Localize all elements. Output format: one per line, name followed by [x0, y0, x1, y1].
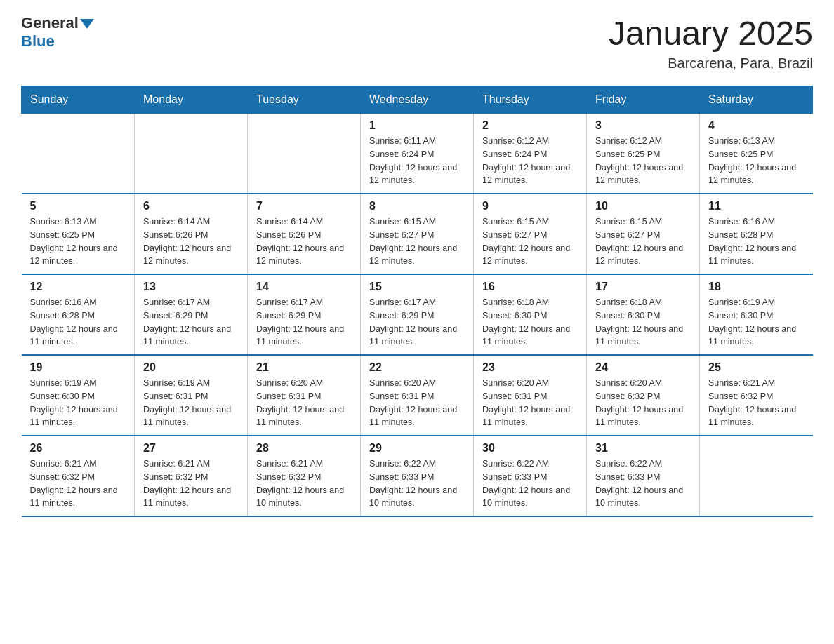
- table-row: [700, 436, 813, 516]
- table-row: 30Sunrise: 6:22 AMSunset: 6:33 PMDayligh…: [474, 436, 587, 516]
- table-row: 12Sunrise: 6:16 AMSunset: 6:28 PMDayligh…: [22, 274, 135, 355]
- logo-general-text: General: [21, 14, 79, 32]
- day-info: Sunrise: 6:15 AMSunset: 6:27 PMDaylight:…: [595, 215, 691, 268]
- day-number: 8: [369, 200, 465, 213]
- calendar-week-row: 1Sunrise: 6:11 AMSunset: 6:24 PMDaylight…: [22, 114, 813, 194]
- calendar-table: Sunday Monday Tuesday Wednesday Thursday…: [21, 86, 813, 517]
- header-saturday: Saturday: [700, 86, 813, 114]
- day-number: 1: [369, 119, 465, 132]
- table-row: 9Sunrise: 6:15 AMSunset: 6:27 PMDaylight…: [474, 194, 587, 274]
- day-info: Sunrise: 6:15 AMSunset: 6:27 PMDaylight:…: [369, 215, 465, 268]
- day-info: Sunrise: 6:21 AMSunset: 6:32 PMDaylight:…: [143, 457, 239, 510]
- calendar-week-row: 19Sunrise: 6:19 AMSunset: 6:30 PMDayligh…: [22, 355, 813, 436]
- table-row: [248, 114, 361, 194]
- day-number: 14: [256, 281, 352, 293]
- table-row: 25Sunrise: 6:21 AMSunset: 6:32 PMDayligh…: [700, 355, 813, 436]
- day-info: Sunrise: 6:12 AMSunset: 6:24 PMDaylight:…: [482, 135, 578, 187]
- table-row: 10Sunrise: 6:15 AMSunset: 6:27 PMDayligh…: [587, 194, 700, 274]
- header-tuesday: Tuesday: [248, 86, 361, 114]
- table-row: 8Sunrise: 6:15 AMSunset: 6:27 PMDaylight…: [361, 194, 474, 274]
- day-info: Sunrise: 6:18 AMSunset: 6:30 PMDaylight:…: [595, 296, 691, 349]
- day-number: 16: [482, 281, 578, 293]
- day-number: 4: [708, 119, 805, 132]
- location-text: Barcarena, Para, Brazil: [609, 55, 813, 72]
- day-info: Sunrise: 6:14 AMSunset: 6:26 PMDaylight:…: [143, 215, 239, 268]
- table-row: 4Sunrise: 6:13 AMSunset: 6:25 PMDaylight…: [700, 114, 813, 194]
- day-number: 23: [482, 361, 578, 374]
- table-row: 31Sunrise: 6:22 AMSunset: 6:33 PMDayligh…: [587, 436, 700, 516]
- table-row: 1Sunrise: 6:11 AMSunset: 6:24 PMDaylight…: [361, 114, 474, 194]
- day-info: Sunrise: 6:20 AMSunset: 6:31 PMDaylight:…: [369, 377, 465, 429]
- day-info: Sunrise: 6:19 AMSunset: 6:30 PMDaylight:…: [708, 296, 805, 349]
- table-row: 18Sunrise: 6:19 AMSunset: 6:30 PMDayligh…: [700, 274, 813, 355]
- day-number: 13: [143, 281, 239, 293]
- day-number: 30: [482, 442, 578, 455]
- table-row: 3Sunrise: 6:12 AMSunset: 6:25 PMDaylight…: [587, 114, 700, 194]
- table-row: 16Sunrise: 6:18 AMSunset: 6:30 PMDayligh…: [474, 274, 587, 355]
- day-info: Sunrise: 6:16 AMSunset: 6:28 PMDaylight:…: [708, 215, 805, 268]
- day-info: Sunrise: 6:16 AMSunset: 6:28 PMDaylight:…: [30, 296, 126, 349]
- table-row: 2Sunrise: 6:12 AMSunset: 6:24 PMDaylight…: [474, 114, 587, 194]
- table-row: [22, 114, 135, 194]
- calendar-week-row: 12Sunrise: 6:16 AMSunset: 6:28 PMDayligh…: [22, 274, 813, 355]
- table-row: 22Sunrise: 6:20 AMSunset: 6:31 PMDayligh…: [361, 355, 474, 436]
- day-info: Sunrise: 6:22 AMSunset: 6:33 PMDaylight:…: [595, 457, 691, 510]
- day-info: Sunrise: 6:18 AMSunset: 6:30 PMDaylight:…: [482, 296, 578, 349]
- table-row: 7Sunrise: 6:14 AMSunset: 6:26 PMDaylight…: [248, 194, 361, 274]
- day-info: Sunrise: 6:13 AMSunset: 6:25 PMDaylight:…: [30, 215, 126, 268]
- day-info: Sunrise: 6:14 AMSunset: 6:26 PMDaylight:…: [256, 215, 352, 268]
- day-info: Sunrise: 6:21 AMSunset: 6:32 PMDaylight:…: [256, 457, 352, 510]
- header-wednesday: Wednesday: [361, 86, 474, 114]
- day-info: Sunrise: 6:19 AMSunset: 6:30 PMDaylight:…: [30, 377, 126, 429]
- day-number: 31: [595, 442, 691, 455]
- day-info: Sunrise: 6:17 AMSunset: 6:29 PMDaylight:…: [256, 296, 352, 349]
- day-number: 11: [708, 200, 805, 213]
- day-number: 7: [256, 200, 352, 213]
- header-friday: Friday: [587, 86, 700, 114]
- day-info: Sunrise: 6:20 AMSunset: 6:31 PMDaylight:…: [256, 377, 352, 429]
- day-info: Sunrise: 6:19 AMSunset: 6:31 PMDaylight:…: [143, 377, 239, 429]
- day-number: 24: [595, 361, 691, 374]
- day-info: Sunrise: 6:11 AMSunset: 6:24 PMDaylight:…: [369, 135, 465, 187]
- table-row: 17Sunrise: 6:18 AMSunset: 6:30 PMDayligh…: [587, 274, 700, 355]
- table-row: 15Sunrise: 6:17 AMSunset: 6:29 PMDayligh…: [361, 274, 474, 355]
- table-row: 14Sunrise: 6:17 AMSunset: 6:29 PMDayligh…: [248, 274, 361, 355]
- table-row: 23Sunrise: 6:20 AMSunset: 6:31 PMDayligh…: [474, 355, 587, 436]
- table-row: 24Sunrise: 6:20 AMSunset: 6:32 PMDayligh…: [587, 355, 700, 436]
- day-number: 27: [143, 442, 239, 455]
- day-number: 28: [256, 442, 352, 455]
- day-number: 12: [30, 281, 126, 293]
- title-block: January 2025 Barcarena, Para, Brazil: [609, 14, 813, 72]
- table-row: [135, 114, 248, 194]
- day-info: Sunrise: 6:21 AMSunset: 6:32 PMDaylight:…: [30, 457, 126, 510]
- table-row: 13Sunrise: 6:17 AMSunset: 6:29 PMDayligh…: [135, 274, 248, 355]
- day-number: 5: [30, 200, 126, 213]
- table-row: 26Sunrise: 6:21 AMSunset: 6:32 PMDayligh…: [22, 436, 135, 516]
- day-number: 3: [595, 119, 691, 132]
- logo-blue-text: Blue: [21, 32, 94, 51]
- calendar-title: January 2025: [609, 14, 813, 53]
- day-number: 21: [256, 361, 352, 374]
- table-row: 27Sunrise: 6:21 AMSunset: 6:32 PMDayligh…: [135, 436, 248, 516]
- day-number: 25: [708, 361, 805, 374]
- logo: General Blue: [21, 14, 94, 51]
- logo-triangle-icon: [80, 19, 94, 29]
- table-row: 6Sunrise: 6:14 AMSunset: 6:26 PMDaylight…: [135, 194, 248, 274]
- table-row: 11Sunrise: 6:16 AMSunset: 6:28 PMDayligh…: [700, 194, 813, 274]
- day-number: 26: [30, 442, 126, 455]
- day-number: 17: [595, 281, 691, 293]
- day-info: Sunrise: 6:15 AMSunset: 6:27 PMDaylight:…: [482, 215, 578, 268]
- day-number: 19: [30, 361, 126, 374]
- day-info: Sunrise: 6:20 AMSunset: 6:32 PMDaylight:…: [595, 377, 691, 429]
- header-sunday: Sunday: [22, 86, 135, 114]
- day-info: Sunrise: 6:21 AMSunset: 6:32 PMDaylight:…: [708, 377, 805, 429]
- day-number: 2: [482, 119, 578, 132]
- calendar-week-row: 26Sunrise: 6:21 AMSunset: 6:32 PMDayligh…: [22, 436, 813, 516]
- day-info: Sunrise: 6:17 AMSunset: 6:29 PMDaylight:…: [369, 296, 465, 349]
- day-number: 18: [708, 281, 805, 293]
- day-number: 6: [143, 200, 239, 213]
- day-info: Sunrise: 6:17 AMSunset: 6:29 PMDaylight:…: [143, 296, 239, 349]
- day-info: Sunrise: 6:12 AMSunset: 6:25 PMDaylight:…: [595, 135, 691, 187]
- day-number: 22: [369, 361, 465, 374]
- table-row: 19Sunrise: 6:19 AMSunset: 6:30 PMDayligh…: [22, 355, 135, 436]
